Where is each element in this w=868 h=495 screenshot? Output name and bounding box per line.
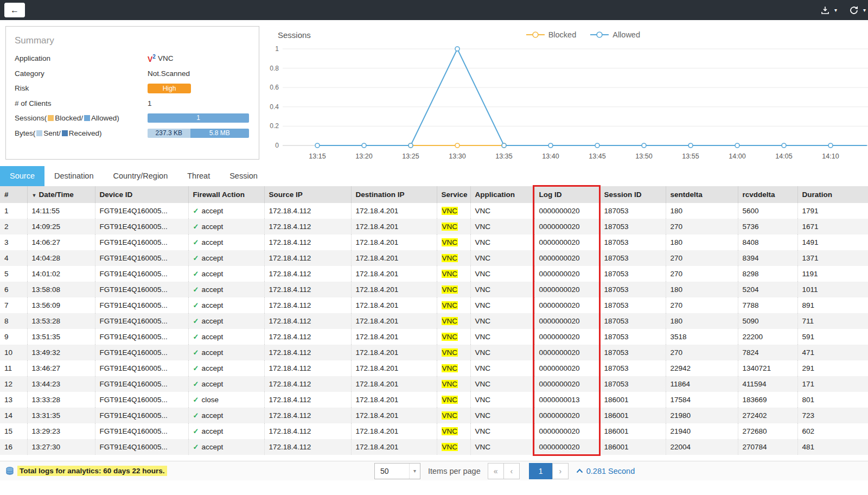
table-row[interactable]: 913:51:35FGT91E4Q160005...✓accept172.18.… [0, 329, 868, 345]
cell-num: 1 [0, 203, 27, 219]
cell-rcvddelta: 5600 [738, 203, 797, 219]
legend-blocked[interactable]: Blocked [526, 30, 577, 39]
elapsed-time[interactable]: 0.281 Second [576, 467, 635, 475]
tab-destination[interactable]: Destination [44, 166, 104, 186]
table-row[interactable]: 713:56:09FGT91E4Q160005...✓accept172.18.… [0, 297, 868, 313]
tab-country-region[interactable]: Country/Region [104, 166, 178, 186]
cell-source_ip: 172.18.4.112 [264, 392, 351, 408]
table-row[interactable]: 1313:33:28FGT91E4Q160005...✓close172.18.… [0, 392, 868, 408]
back-button[interactable]: ← [4, 3, 25, 17]
cell-duration: 1191 [797, 266, 868, 282]
cell-num: 11 [0, 360, 27, 376]
application-label: Application [15, 54, 148, 62]
summary-row-sessions: Sessions( Blocked/ Allowed) 1 [15, 113, 250, 123]
cell-datetime: 14:09:25 [27, 219, 95, 234]
cell-rcvddelta: 183669 [738, 392, 797, 408]
cell-sentdelta: 180 [666, 234, 738, 250]
prev-page-button[interactable]: ‹ [503, 463, 520, 479]
service-highlight: VNC [442, 348, 458, 357]
sort-desc-icon: ▼ [32, 193, 37, 198]
table-row[interactable]: 114:11:55FGT91E4Q160005...✓accept172.18.… [0, 203, 868, 219]
cell-service: VNC [437, 360, 470, 376]
next-page-button[interactable]: › [552, 463, 569, 479]
table-row[interactable]: 1113:46:27FGT91E4Q160005...✓accept172.18… [0, 360, 868, 376]
table-row[interactable]: 1013:49:32FGT91E4Q160005...✓accept172.18… [0, 345, 868, 360]
column-header-log_id[interactable]: Log ID [534, 186, 599, 203]
table-row[interactable]: 1213:44:23FGT91E4Q160005...✓accept172.18… [0, 376, 868, 392]
legend-allowed[interactable]: Allowed [590, 30, 640, 39]
cell-duration: 481 [797, 439, 868, 455]
cell-datetime: 13:53:28 [27, 313, 95, 329]
table-row[interactable]: 414:04:28FGT91E4Q160005...✓accept172.18.… [0, 250, 868, 266]
cell-sentdelta: 180 [666, 313, 738, 329]
cell-service: VNC [437, 376, 470, 392]
cell-action: ✓accept [188, 266, 264, 282]
cell-service: VNC [437, 203, 470, 219]
current-page-button[interactable]: 1 [529, 463, 553, 479]
download-icon[interactable] [819, 4, 831, 16]
column-header-service[interactable]: Service [437, 186, 470, 203]
cell-num: 5 [0, 266, 27, 282]
cell-datetime: 14:04:28 [27, 250, 95, 266]
sent-swatch-icon [36, 130, 42, 136]
download-caret-icon[interactable]: ▾ [834, 7, 837, 13]
tab-threat[interactable]: Threat [177, 166, 220, 186]
cell-dest_ip: 172.18.4.201 [351, 297, 437, 313]
cell-action: ✓accept [188, 219, 264, 234]
tab-source[interactable]: Source [0, 166, 44, 186]
summary-row-application: Application V2 VNC [15, 54, 250, 64]
check-icon: ✓ [193, 411, 199, 420]
topbar: ← ▾ ▾ [0, 0, 868, 20]
blocked-swatch-icon [48, 115, 54, 121]
risk-badge: High [148, 84, 191, 93]
more-caret-icon[interactable]: ▾ [863, 7, 866, 13]
cell-session_id: 186001 [599, 408, 666, 423]
cell-datetime: 13:51:35 [27, 329, 95, 345]
service-highlight: VNC [442, 364, 458, 372]
table-row[interactable]: 1513:29:23FGT91E4Q160005...✓accept172.18… [0, 423, 868, 439]
table-row[interactable]: 1613:27:30FGT91E4Q160005...✓accept172.18… [0, 439, 868, 455]
cell-application: VNC [470, 234, 534, 250]
cell-application: VNC [470, 360, 534, 376]
table-row[interactable]: 214:09:25FGT91E4Q160005...✓accept172.18.… [0, 219, 868, 234]
table-row[interactable]: 813:53:28FGT91E4Q160005...✓accept172.18.… [0, 313, 868, 329]
cell-duration: 801 [797, 392, 868, 408]
table-row[interactable]: 314:06:27FGT91E4Q160005...✓accept172.18.… [0, 234, 868, 250]
cell-source_ip: 172.18.4.112 [264, 234, 351, 250]
items-per-page-select[interactable]: 50 ▾ [374, 463, 420, 479]
refresh-icon[interactable] [848, 4, 860, 16]
cell-dest_ip: 172.18.4.201 [351, 313, 437, 329]
column-header-device[interactable]: Device ID [95, 186, 188, 203]
column-header-application[interactable]: Application [470, 186, 534, 203]
tab-session[interactable]: Session [220, 166, 267, 186]
svg-text:0: 0 [275, 142, 279, 149]
select-caret-icon: ▾ [409, 464, 420, 479]
column-header-rcvddelta[interactable]: rcvddelta [738, 186, 797, 203]
sessions-allowed-label: Allowed) [91, 114, 119, 122]
cell-action: ✓accept [188, 297, 264, 313]
cell-log_id: 0000000020 [534, 266, 599, 282]
cell-source_ip: 172.18.4.112 [264, 250, 351, 266]
cell-source_ip: 172.18.4.112 [264, 376, 351, 392]
cell-num: 16 [0, 439, 27, 455]
column-header-action[interactable]: Firewall Action [188, 186, 264, 203]
column-header-datetime[interactable]: ▼Date/Time [27, 186, 95, 203]
cell-rcvddelta: 5204 [738, 282, 797, 297]
cell-datetime: 13:56:09 [27, 297, 95, 313]
cell-session_id: 186001 [599, 439, 666, 455]
column-header-dest_ip[interactable]: Destination IP [351, 186, 437, 203]
cell-num: 12 [0, 376, 27, 392]
cell-source_ip: 172.18.4.112 [264, 423, 351, 439]
cell-duration: 171 [797, 376, 868, 392]
column-header-session_id[interactable]: Session ID [599, 186, 666, 203]
table-row[interactable]: 1413:31:35FGT91E4Q160005...✓accept172.18… [0, 408, 868, 423]
column-header-sentdelta[interactable]: sentdelta [666, 186, 738, 203]
column-header-num[interactable]: # [0, 186, 27, 203]
first-page-button[interactable]: « [488, 463, 504, 479]
cell-source_ip: 172.18.4.112 [264, 345, 351, 360]
table-row[interactable]: 514:01:02FGT91E4Q160005...✓accept172.18.… [0, 266, 868, 282]
column-header-duration[interactable]: Duration [797, 186, 868, 203]
table-row[interactable]: 613:58:08FGT91E4Q160005...✓accept172.18.… [0, 282, 868, 297]
column-header-source_ip[interactable]: Source IP [264, 186, 351, 203]
cell-log_id: 0000000020 [534, 282, 599, 297]
